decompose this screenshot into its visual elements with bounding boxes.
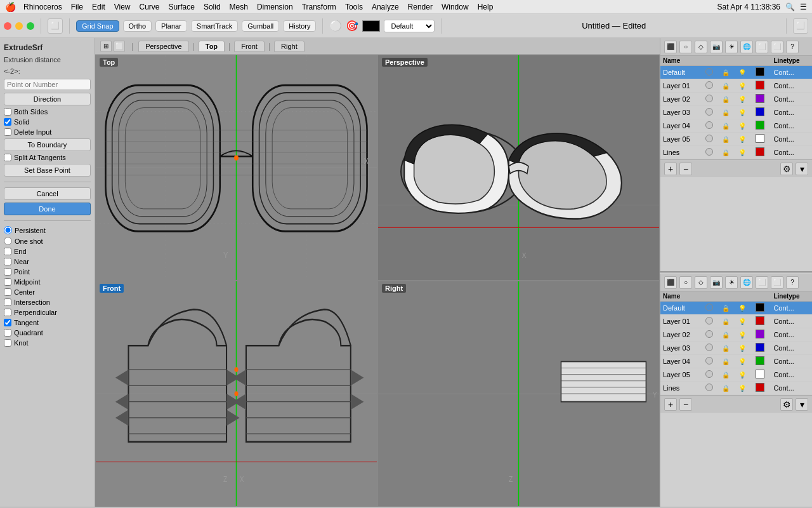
menu-mesh[interactable]: Mesh: [230, 3, 248, 11]
layer-active[interactable]: [703, 79, 719, 93]
tab-perspective[interactable]: Perspective: [138, 41, 188, 52]
display-icon2[interactable]: ⬜: [756, 276, 768, 289]
layer-color[interactable]: [753, 93, 771, 106]
osnap-knot-checkbox[interactable]: [4, 339, 11, 347]
osnap-quadrant-checkbox[interactable]: [4, 329, 11, 337]
planar-button[interactable]: Planar: [155, 20, 187, 32]
tab-right[interactable]: Right: [274, 41, 304, 52]
menu-view[interactable]: View: [114, 3, 131, 11]
material-icon[interactable]: ◇: [695, 41, 707, 53]
table-row[interactable]: Lines 🔒 💡 Cont...: [660, 146, 812, 159]
gear-button-bottom[interactable]: ⚙: [780, 398, 793, 411]
grid-snap-button[interactable]: Grid Snap: [76, 20, 119, 32]
light-icon2[interactable]: ☀: [725, 276, 738, 289]
layer-active[interactable]: [703, 66, 719, 79]
layer-color[interactable]: [753, 66, 771, 79]
layer-material[interactable]: 💡: [736, 302, 752, 315]
layer-color[interactable]: [753, 355, 771, 368]
table-row[interactable]: Layer 01 🔒 💡 Cont...: [660, 79, 812, 93]
layer-color[interactable]: [753, 146, 771, 159]
ortho-button[interactable]: Ortho: [123, 20, 152, 32]
maximize-button[interactable]: [27, 22, 34, 30]
menu-surface[interactable]: Surface: [169, 3, 195, 11]
layer-color[interactable]: [753, 79, 771, 93]
layer-material[interactable]: 💡: [736, 106, 752, 119]
minimize-button[interactable]: [15, 22, 23, 30]
color-swatch[interactable]: [362, 20, 380, 32]
remove-layer-button2[interactable]: −: [679, 398, 692, 411]
layer-color[interactable]: [753, 368, 771, 382]
layer-material[interactable]: 💡: [736, 368, 752, 382]
menu-file[interactable]: File: [71, 3, 83, 11]
layers-icon[interactable]: ⬛: [664, 41, 677, 53]
table-row[interactable]: Layer 02 🔒 💡 Cont...: [660, 93, 812, 106]
menu-tools[interactable]: Tools: [345, 3, 363, 11]
light-icon[interactable]: ☀: [725, 41, 738, 53]
menu-rhinoceros[interactable]: Rhinoceros: [23, 3, 62, 11]
viewport-right[interactable]: Right: [377, 281, 660, 507]
layer-color[interactable]: [753, 119, 771, 133]
menu-edit[interactable]: Edit: [92, 3, 105, 11]
menu-window[interactable]: Window: [442, 3, 469, 11]
table-row[interactable]: Default 🔒 💡 Cont...: [660, 66, 812, 79]
osnap-tangent-checkbox[interactable]: [4, 319, 11, 326]
gear-button-top[interactable]: ⚙: [780, 163, 793, 175]
table-row[interactable]: Layer 05 🔒 💡 Cont...: [660, 368, 812, 382]
table-row[interactable]: Layer 04 🔒 💡 Cont...: [660, 355, 812, 368]
table-row[interactable]: Layer 02 🔒 💡 Cont...: [660, 328, 812, 342]
layer-lock[interactable]: 🔒: [719, 93, 736, 106]
layer-active[interactable]: [703, 93, 719, 106]
layer-active[interactable]: [703, 342, 719, 355]
layer-material[interactable]: 💡: [736, 146, 752, 159]
help-icon[interactable]: ?: [786, 41, 799, 53]
search-icon[interactable]: 🔍: [785, 3, 795, 11]
both-sides-checkbox[interactable]: [4, 108, 11, 116]
table-row[interactable]: Layer 05 🔒 💡 Cont...: [660, 133, 812, 146]
display-icon[interactable]: ⬜: [756, 41, 768, 53]
render-icon[interactable]: 📷: [710, 41, 723, 53]
layer-active[interactable]: [703, 328, 719, 342]
layer-material[interactable]: 💡: [736, 93, 752, 106]
delete-input-checkbox[interactable]: [4, 128, 11, 136]
remove-layer-button[interactable]: −: [679, 163, 692, 175]
chevron-button-bottom[interactable]: ▾: [796, 398, 808, 411]
layer-color[interactable]: [753, 342, 771, 355]
panel-right-toggle-icon[interactable]: ⬜: [793, 18, 808, 34]
layer-color[interactable]: [753, 315, 771, 328]
panel-icon[interactable]: ⬜: [771, 41, 783, 53]
osnap-perpendicular-checkbox[interactable]: [4, 309, 11, 316]
gumball-button[interactable]: Gumball: [242, 20, 279, 32]
cancel-button[interactable]: Cancel: [4, 187, 91, 200]
layer-lock[interactable]: 🔒: [719, 119, 736, 133]
layer-lock[interactable]: 🔒: [719, 106, 736, 119]
layer-lock[interactable]: 🔒: [719, 79, 736, 93]
layer-lock[interactable]: 🔒: [719, 368, 736, 382]
layer-active[interactable]: [703, 133, 719, 146]
env-icon2[interactable]: 🌐: [740, 276, 753, 289]
default-select[interactable]: Default: [384, 20, 435, 32]
viewport-top[interactable]: Top: [95, 55, 377, 281]
layer-lock[interactable]: 🔒: [719, 315, 736, 328]
layer-material[interactable]: 💡: [736, 382, 752, 395]
sidebar-toggle-icon[interactable]: ⬜: [48, 18, 63, 34]
layer-material[interactable]: 💡: [736, 133, 752, 146]
layer-lock[interactable]: 🔒: [719, 382, 736, 395]
layer-lock[interactable]: 🔒: [719, 342, 736, 355]
layer-color[interactable]: [753, 106, 771, 119]
table-row[interactable]: Layer 04 🔒 💡 Cont...: [660, 119, 812, 133]
layer-active[interactable]: [703, 382, 719, 395]
panel-icon2[interactable]: ⬜: [771, 276, 783, 289]
one-shot-radio[interactable]: [4, 237, 12, 245]
layer-material[interactable]: 💡: [736, 66, 752, 79]
layer-lock[interactable]: 🔒: [719, 146, 736, 159]
direction-button[interactable]: Direction: [4, 93, 91, 105]
layer-color[interactable]: [753, 382, 771, 395]
layer-material[interactable]: 💡: [736, 328, 752, 342]
osnap-end-checkbox[interactable]: [4, 248, 11, 255]
osnap-near-checkbox[interactable]: [4, 258, 11, 265]
table-row[interactable]: Default 🔒 💡 Cont...: [660, 302, 812, 315]
viewport-front[interactable]: Front: [95, 281, 377, 507]
hamburger-icon[interactable]: ☰: [800, 3, 807, 11]
layer-active[interactable]: [703, 302, 719, 315]
osnap-center-checkbox[interactable]: [4, 288, 11, 296]
